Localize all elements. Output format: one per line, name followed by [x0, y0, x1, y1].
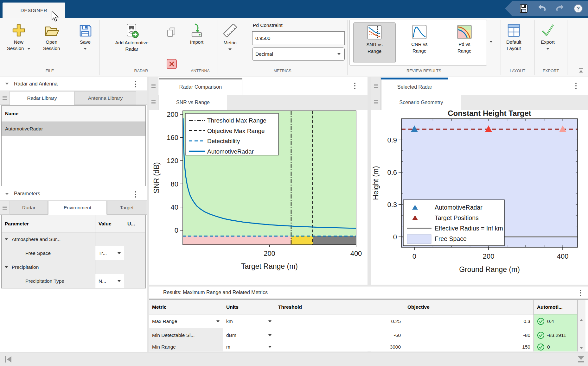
tab-radar-comparison[interactable]: Radar Comparison	[159, 79, 242, 95]
import-antenna-button[interactable]: Import	[189, 23, 204, 45]
drag-handle[interactable]	[371, 95, 381, 110]
svg-text:0.3: 0.3	[387, 201, 397, 209]
save-session-button[interactable]: Save	[78, 23, 93, 52]
kebab-menu-icon[interactable]	[354, 83, 356, 89]
gallery-item-pd-vs-range[interactable]: Pd vs Range	[443, 22, 486, 63]
param-label: Precipitation	[12, 264, 39, 270]
metric-cell-min-range[interactable]: Min Range	[149, 342, 223, 351]
copy-radar-icon[interactable]	[166, 27, 177, 38]
kebab-menu-icon[interactable]	[135, 81, 137, 87]
undo-icon[interactable]	[537, 4, 547, 13]
add-radar-label2: Radar	[125, 46, 138, 52]
drag-handle[interactable]	[0, 91, 10, 104]
svg-text:80: 80	[171, 180, 178, 188]
export-check-icon	[540, 23, 555, 38]
parameters-title: Parameters	[14, 191, 40, 197]
tab-selected-radar[interactable]: Selected Radar	[381, 79, 448, 95]
result-value-cell: 0	[534, 342, 577, 351]
units-dropdown[interactable]: m	[223, 342, 275, 351]
param-row-precipitation[interactable]: Precipitation	[2, 260, 95, 274]
grip-icon	[151, 100, 156, 104]
gallery-item-snr-vs-range[interactable]: SNR vs Range	[353, 22, 396, 63]
drag-handle[interactable]	[0, 201, 10, 214]
new-session-label: New	[14, 39, 23, 45]
param-unit-cell	[124, 260, 145, 274]
svg-text:Threshold Max Range: Threshold Max Range	[207, 117, 266, 124]
metric-button[interactable]: Metric	[222, 22, 238, 52]
collapse-left-icon[interactable]	[4, 356, 13, 363]
objective-cell[interactable]: -80	[404, 328, 534, 342]
scroll-down-icon[interactable]	[580, 347, 583, 349]
section-divider	[347, 20, 348, 75]
threshold-cell[interactable]: -60	[275, 328, 404, 342]
delete-radar-icon[interactable]	[166, 59, 177, 69]
param-row-atmosphere[interactable]: Atmosphere and Sur...	[2, 232, 95, 246]
objective-cell[interactable]: 150	[404, 342, 534, 351]
pd-constraint-input[interactable]: 0.9500	[252, 31, 345, 45]
objective-cell[interactable]: 0.3	[404, 314, 534, 328]
grip-icon	[151, 84, 156, 88]
kebab-menu-icon[interactable]	[135, 191, 137, 198]
svg-text:200: 200	[167, 110, 178, 118]
save-icon[interactable]	[519, 4, 528, 13]
right-panel-tabstrip: Selected Radar	[371, 77, 588, 95]
help-icon[interactable]: ?	[573, 4, 583, 13]
collapse-chevron-icon[interactable]	[5, 83, 9, 85]
tab-antenna-library[interactable]: Antenna Library	[74, 91, 136, 105]
threshold-cell[interactable]: 3000	[275, 342, 404, 351]
collapse-chevron-icon[interactable]	[5, 193, 9, 195]
collapse-ribbon-icon[interactable]	[578, 68, 584, 73]
export-button[interactable]: Export	[540, 23, 555, 52]
svg-text:0: 0	[412, 252, 416, 260]
gallery-item-cnr-vs-range[interactable]: CNR vs Range	[398, 22, 441, 63]
parameters-tab-row: Radar Environment Target	[0, 201, 147, 215]
radar-antenna-panel-header: Radar and Antenna	[0, 77, 147, 91]
drag-handle[interactable]	[371, 77, 381, 95]
metric-ruler-icon	[222, 22, 238, 38]
center-dock-panel: Radar Comparison SNR vs Range 0408012016…	[149, 77, 368, 287]
drag-handle[interactable]	[149, 77, 158, 95]
list-item-automotive-radar[interactable]: AutomotiveRadar	[2, 122, 145, 136]
scroll-up-icon[interactable]	[580, 319, 583, 321]
param-row-precipitation-type[interactable]: Precipitation Type	[2, 274, 95, 288]
tab-radar[interactable]: Radar	[10, 201, 48, 215]
precipitation-type-value-dropdown[interactable]: N...	[95, 274, 124, 288]
open-session-label2: Session	[43, 46, 60, 51]
units-dropdown[interactable]: km	[223, 314, 275, 328]
snr-vs-range-icon	[367, 25, 382, 40]
tab-scenario-geometry[interactable]: Scenario Geometry	[381, 95, 461, 110]
pd-constraint-label: Pd Constraint	[253, 22, 283, 28]
tab-environment[interactable]: Environment	[48, 201, 107, 215]
section-label-export: EXPORT	[534, 69, 567, 76]
threshold-cell[interactable]: 0.25	[275, 314, 404, 328]
format-select[interactable]: Decimal	[252, 47, 345, 61]
chevron-down-icon	[268, 320, 272, 322]
results-panel: Results: Maximum Range and Related Metri…	[149, 287, 588, 351]
free-space-value-dropdown[interactable]: Tr...	[95, 246, 124, 260]
section-divider	[567, 20, 567, 75]
kebab-menu-icon[interactable]	[580, 290, 582, 296]
tab-snr-vs-range[interactable]: SNR vs Range	[159, 95, 227, 110]
metric-dropdown-max-range[interactable]: Max Range	[149, 314, 223, 328]
param-row-free-space[interactable]: Free Space	[2, 246, 95, 260]
grip-icon	[3, 206, 7, 210]
grip-icon	[374, 84, 378, 88]
gallery-expand-icon[interactable]	[489, 41, 493, 43]
kebab-menu-icon[interactable]	[575, 83, 577, 89]
new-session-button[interactable]: New Session	[7, 23, 30, 52]
default-layout-button[interactable]: Default Layout	[506, 23, 521, 52]
results-scrollbar[interactable]	[577, 300, 585, 351]
units-dropdown[interactable]: dBm	[223, 328, 275, 342]
redo-icon[interactable]	[555, 4, 565, 13]
open-session-button[interactable]: Open Session	[43, 23, 60, 52]
metric-cell-min-detectable[interactable]: Min Detectable Si...	[149, 328, 223, 342]
add-automotive-radar-button[interactable]: Add Automotive Radar	[105, 23, 159, 52]
collapse-bottom-icon[interactable]	[577, 356, 585, 364]
drag-handle[interactable]	[149, 95, 158, 110]
svg-text:200: 200	[483, 252, 495, 260]
tab-radar-library[interactable]: Radar Library	[10, 91, 74, 105]
chevron-down-icon	[546, 48, 549, 50]
group-chevron-icon	[5, 238, 8, 240]
tab-target[interactable]: Target	[107, 201, 146, 215]
metric-label: Metric	[224, 40, 237, 45]
